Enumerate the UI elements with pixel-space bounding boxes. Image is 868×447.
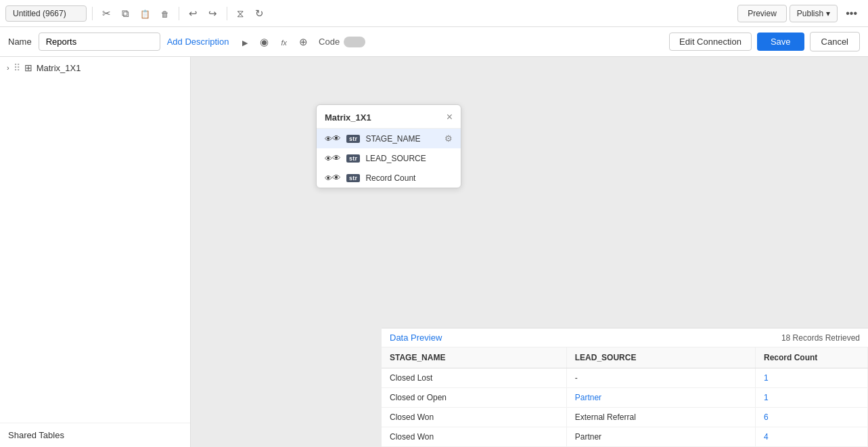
gear-icon-stage[interactable]: ⚙ <box>444 133 453 144</box>
shared-tables-label: Shared Tables <box>0 423 190 447</box>
cut-button[interactable] <box>98 5 115 22</box>
cell-stage-1: Closed Lost <box>382 368 566 388</box>
matrix-card-header: Matrix_1X1 × <box>317 105 461 129</box>
name-bar-icons <box>238 33 312 51</box>
copy-button[interactable] <box>118 5 133 22</box>
cut-icon <box>102 7 111 20</box>
filter2-button[interactable] <box>295 33 312 51</box>
field-name-count: Record Count <box>365 173 453 183</box>
data-preview-header: Data Preview 18 Records Retrieved <box>382 328 868 347</box>
eye-icon-stage: 👁 <box>325 133 341 144</box>
code-toggle-switch[interactable] <box>344 37 365 47</box>
table-row: Closed Won Partner 4 <box>382 427 868 447</box>
str-badge-lead: str <box>346 154 360 163</box>
name-bar: Name Add Description Code Edit Connectio… <box>0 27 868 57</box>
field-row-lead-source[interactable]: 👁 str LEAD_SOURCE <box>317 148 461 168</box>
matrix-card-close-button[interactable]: × <box>447 112 453 123</box>
cell-stage-2: Closed or Open <box>382 388 566 408</box>
cell-count-3[interactable]: 6 <box>755 408 867 427</box>
table-row: Closed Lost - 1 <box>382 368 868 388</box>
name-input[interactable] <box>39 33 160 51</box>
name-label: Name <box>8 37 32 47</box>
divider3 <box>227 7 227 20</box>
run-button[interactable] <box>238 33 252 50</box>
redo-icon <box>208 7 217 20</box>
col-header-count: Record Count <box>755 347 867 368</box>
table-row: Closed or Open Partner 1 <box>382 388 868 408</box>
filter2-icon <box>299 36 308 48</box>
drag-handle-icon <box>14 62 20 73</box>
delete-button[interactable] <box>157 5 173 22</box>
sidebar-item-matrix[interactable]: › ⊞ Matrix_1X1 <box>0 57 190 79</box>
refresh-button[interactable] <box>251 5 268 22</box>
field-name-stage: STAGE_NAME <box>365 134 439 144</box>
eye-toggle-icon <box>260 36 269 48</box>
matrix-card-title: Matrix_1X1 <box>325 112 371 123</box>
field-row-record-count[interactable]: 👁 str Record Count <box>317 168 461 188</box>
refresh-icon <box>255 7 264 20</box>
undo-icon <box>189 7 198 20</box>
str-badge-count: str <box>346 174 360 182</box>
table-row: Closed Won External Referral 6 <box>382 408 868 427</box>
eye-icon-count: 👁 <box>325 173 341 183</box>
grid-icon: ⊞ <box>24 62 32 73</box>
main-area: › ⊞ Matrix_1X1 Shared Tables Matrix_1X1 … <box>0 57 868 447</box>
canvas: Matrix_1X1 × 👁 str STAGE_NAME ⚙ 👁 str LE… <box>191 57 868 447</box>
save-button[interactable]: Save <box>757 33 804 51</box>
str-badge-stage: str <box>346 135 360 143</box>
col-header-lead: LEAD_SOURCE <box>566 347 755 368</box>
publish-dropdown-icon: ▾ <box>826 9 830 18</box>
cell-lead-3: External Referral <box>566 408 755 427</box>
cell-lead-1: - <box>566 368 755 388</box>
table-header-row: STAGE_NAME LEAD_SOURCE Record Count <box>382 347 868 368</box>
paste-button[interactable] <box>136 5 154 22</box>
cell-count-4[interactable]: 4 <box>755 427 867 447</box>
preview-button[interactable]: Preview <box>737 5 787 22</box>
eye-icon-lead: 👁 <box>325 153 341 163</box>
data-preview-section: Data Preview 18 Records Retrieved STAGE_… <box>382 328 868 447</box>
fx-button[interactable] <box>277 33 291 50</box>
matrix-card: Matrix_1X1 × 👁 str STAGE_NAME ⚙ 👁 str LE… <box>316 104 461 188</box>
sidebar-spacer <box>0 79 190 423</box>
cell-lead-4: Partner <box>566 427 755 447</box>
cell-count-2[interactable]: 1 <box>755 388 867 408</box>
data-table: STAGE_NAME LEAD_SOURCE Record Count Clos… <box>382 347 868 447</box>
add-description-button[interactable]: Add Description <box>167 37 229 47</box>
chevron-right-icon: › <box>7 64 9 72</box>
trash-icon <box>161 7 169 19</box>
col-header-stage: STAGE_NAME <box>382 347 566 368</box>
sidebar-item-label: Matrix_1X1 <box>37 63 81 73</box>
undo-button[interactable] <box>185 5 202 22</box>
divider2 <box>179 7 179 20</box>
code-label: Code <box>319 37 340 47</box>
data-preview-label: Data Preview <box>390 333 442 343</box>
cell-stage-4: Closed Won <box>382 427 566 447</box>
top-bar: Untitled (9667) Preview Publish ▾ ••• <box>0 0 868 27</box>
play-icon <box>242 36 248 47</box>
redo-button[interactable] <box>204 5 221 22</box>
publish-label: Publish <box>797 9 823 18</box>
filter-button[interactable] <box>233 5 248 22</box>
field-row-stage-name[interactable]: 👁 str STAGE_NAME ⚙ <box>317 129 461 148</box>
cell-count-1[interactable]: 1 <box>755 368 867 388</box>
records-retrieved: 18 Records Retrieved <box>781 333 860 343</box>
cancel-button[interactable]: Cancel <box>810 32 860 51</box>
copy-icon <box>122 7 129 20</box>
cell-lead-2[interactable]: Partner <box>566 388 755 408</box>
publish-button[interactable]: Publish ▾ <box>790 5 838 22</box>
filter-icon <box>237 7 244 20</box>
tab-title: Untitled (9667) <box>5 5 87 22</box>
field-name-lead: LEAD_SOURCE <box>365 154 453 163</box>
more-options-button[interactable]: ••• <box>840 4 863 23</box>
sidebar: › ⊞ Matrix_1X1 Shared Tables <box>0 57 191 447</box>
tab-divider <box>92 7 93 20</box>
cell-stage-3: Closed Won <box>382 408 566 427</box>
fx-icon <box>281 36 287 47</box>
name-bar-right: Edit Connection Save Cancel <box>669 32 860 51</box>
edit-connection-button[interactable]: Edit Connection <box>669 33 752 51</box>
code-toggle: Code <box>319 37 365 47</box>
paste-icon <box>140 7 150 19</box>
eye-toggle-button[interactable] <box>256 33 273 51</box>
